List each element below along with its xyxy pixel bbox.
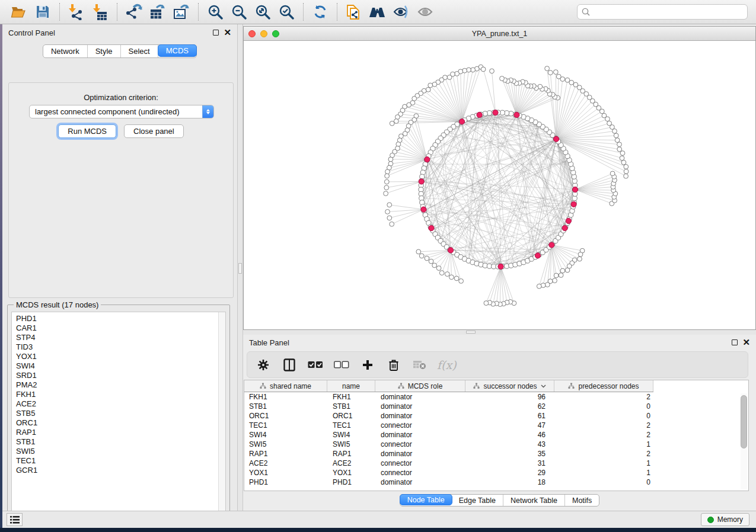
task-history-button[interactable]	[7, 513, 23, 526]
result-list-scrollbar[interactable]	[218, 312, 225, 517]
splitter-handle[interactable]	[466, 331, 476, 334]
delete-column-icon[interactable]	[385, 356, 403, 374]
column-header-predecessor-nodes[interactable]: predecessor nodes	[554, 380, 653, 392]
table-row[interactable]: YOX1 YOX1 connector 29 1	[244, 468, 748, 477]
tab[interactable]: Node Table	[400, 494, 452, 505]
table-settings-gear-icon[interactable]	[254, 356, 272, 374]
mcds-result-list[interactable]: PHD1CAR1STP4TID3YOX1SWI4SRD1PMA2FKH1ACE2…	[11, 312, 226, 518]
application-window: Control Panel ✕ NetworkStyleSelectMCDS O…	[0, 0, 756, 528]
tab[interactable]: Style	[88, 45, 121, 57]
table-row[interactable]: PHD1 PHD1 dominator 18 0	[244, 477, 748, 487]
search-binoculars-icon[interactable]	[368, 2, 388, 21]
float-panel-icon[interactable]	[732, 339, 738, 345]
tab[interactable]: MCDS	[158, 44, 197, 57]
table-row[interactable]: ORC1 ORC1 dominator 61 0	[244, 411, 748, 421]
list-item[interactable]: STB5	[16, 409, 225, 418]
network-view-frame: YPA_prune.txt_1	[243, 26, 756, 330]
delete-table-icon-disabled	[411, 356, 429, 374]
column-header-name[interactable]: name	[327, 380, 375, 392]
list-icon	[10, 516, 20, 524]
deselect-all-rows-icon[interactable]	[333, 356, 350, 374]
vertical-splitter[interactable]	[237, 24, 243, 511]
zoom-out-icon[interactable]	[229, 2, 249, 21]
network-frame-titlebar[interactable]: YPA_prune.txt_1	[244, 27, 755, 41]
criterion-dropdown[interactable]: largest connected component (undirected)	[29, 105, 214, 118]
add-column-icon[interactable]	[359, 356, 377, 374]
scrollbar-thumb[interactable]	[741, 395, 747, 448]
list-item[interactable]: SWI5	[16, 447, 225, 456]
column-header-shared-name[interactable]: shared name	[244, 380, 327, 392]
search-input[interactable]	[593, 8, 743, 16]
export-network-icon[interactable]	[124, 2, 144, 21]
list-item[interactable]: PMA2	[16, 380, 225, 390]
splitter-handle[interactable]	[238, 263, 242, 274]
list-item[interactable]: ACE2	[16, 399, 225, 409]
table-row[interactable]: SWI5 SWI5 connector 43 1	[244, 440, 748, 449]
control-panel: Control Panel ✕ NetworkStyleSelectMCDS O…	[2, 24, 237, 511]
horizontal-splitter[interactable]	[243, 330, 756, 335]
list-item[interactable]: YOX1	[16, 352, 225, 361]
float-panel-icon[interactable]	[213, 30, 219, 36]
list-item[interactable]: STP4	[16, 333, 225, 342]
network-canvas[interactable]	[244, 41, 755, 329]
zoom-fit-icon[interactable]	[253, 2, 273, 21]
list-item[interactable]: RAP1	[16, 428, 225, 437]
close-panel-icon[interactable]: ✕	[742, 339, 750, 345]
list-item[interactable]: TID3	[16, 342, 225, 352]
search-field[interactable]	[577, 4, 748, 20]
tab[interactable]: Network Table	[503, 495, 565, 506]
hide-selection-icon[interactable]	[391, 2, 412, 21]
select-all-rows-icon[interactable]	[307, 356, 324, 374]
list-item[interactable]: GCR1	[16, 466, 225, 475]
memory-label: Memory	[717, 515, 743, 524]
run-mcds-button[interactable]: Run MCDS	[58, 124, 116, 138]
column-selector-icon[interactable]	[280, 356, 298, 374]
list-item[interactable]: PHD1	[16, 314, 225, 323]
list-item[interactable]: STB1	[16, 437, 225, 447]
save-session-icon[interactable]	[33, 2, 53, 21]
memory-button[interactable]: Memory	[701, 513, 749, 526]
table-scrollbar[interactable]	[741, 393, 747, 489]
tab[interactable]: Network	[43, 45, 88, 57]
import-network-icon[interactable]	[66, 2, 87, 21]
close-panel-button[interactable]: Close panel	[124, 124, 184, 138]
export-table-icon[interactable]	[148, 2, 168, 21]
table-panel-tabs: Node TableEdge TableNetwork TableMotifs	[400, 494, 600, 507]
function-builder-icon-disabled: f(x)	[437, 358, 457, 371]
table-row[interactable]: ACE2 ACE2 connector 31 1	[244, 459, 748, 468]
table-row[interactable]: RAP1 RAP1 dominator 35 2	[244, 449, 748, 459]
toolbar-separator	[198, 3, 199, 21]
export-image-icon[interactable]	[171, 2, 192, 21]
optimization-criterion-label: Optimization criterion:	[9, 93, 233, 102]
table-row[interactable]: FKH1 FKH1 dominator 96 2	[244, 392, 748, 402]
table-row[interactable]: TEC1 TEC1 connector 47 2	[244, 421, 748, 430]
mcds-result-title: MCDS result (17 nodes)	[14, 300, 101, 309]
list-item[interactable]: ORC1	[16, 418, 225, 428]
tab[interactable]: Edge Table	[452, 495, 503, 506]
toolbar-separator	[303, 3, 304, 21]
zoom-in-icon[interactable]	[205, 2, 225, 21]
refresh-icon[interactable]	[310, 2, 330, 21]
table-row[interactable]: SWI4 SWI4 dominator 46 2	[244, 430, 748, 440]
duplicate-network-icon[interactable]	[344, 2, 364, 21]
table-panel: Table Panel ✕	[243, 335, 756, 511]
close-panel-icon[interactable]: ✕	[224, 30, 231, 36]
list-item[interactable]: FKH1	[16, 390, 225, 399]
import-table-icon[interactable]	[90, 2, 110, 21]
tab[interactable]: Select	[121, 45, 158, 57]
zoom-selected-icon[interactable]	[276, 2, 296, 21]
list-item[interactable]: CAR1	[16, 323, 225, 333]
list-item[interactable]: SRD1	[16, 371, 225, 380]
mcds-panel: Optimization criterion: largest connecte…	[8, 82, 234, 298]
open-file-icon[interactable]	[9, 2, 29, 21]
list-item[interactable]: TEC1	[16, 456, 225, 466]
list-item[interactable]: SWI4	[16, 361, 225, 371]
mcds-result-group: MCDS result (17 nodes) PHD1CAR1STP4TID3Y…	[7, 300, 230, 521]
tab[interactable]: Motifs	[565, 495, 599, 506]
column-header-mcds-role[interactable]: MCDS role	[375, 380, 465, 392]
table-row[interactable]: STB1 STB1 dominator 62 0	[244, 402, 748, 411]
table-toolbar: f(x)	[247, 351, 748, 378]
status-bar: Memory	[0, 511, 756, 528]
column-header-successor-nodes[interactable]: successor nodes	[465, 380, 554, 392]
sort-chevron-icon[interactable]	[541, 384, 546, 388]
